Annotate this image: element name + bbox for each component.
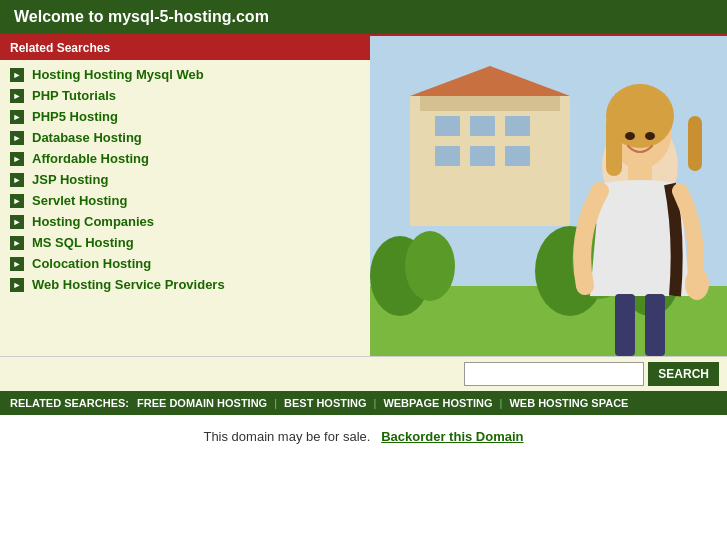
search-link[interactable]: Servlet Hosting [32,193,127,208]
search-link[interactable]: Web Hosting Service Providers [32,277,225,292]
list-item[interactable]: ► Database Hosting [0,127,370,148]
list-item[interactable]: ► Hosting Hosting Mysql Web [0,64,370,85]
search-link[interactable]: PHP Tutorials [32,88,116,103]
bottom-bar-link-0[interactable]: FREE DOMAIN HOSTING [137,397,267,409]
bullet-icon: ► [10,257,24,271]
svg-rect-26 [615,294,635,356]
list-item[interactable]: ► PHP Tutorials [0,85,370,106]
bullet-icon: ► [10,278,24,292]
left-panel: Related Searches ► Hosting Hosting Mysql… [0,36,370,356]
svg-rect-4 [435,116,460,136]
svg-point-12 [405,231,455,301]
svg-rect-27 [645,294,665,356]
bottom-bar: RELATED SEARCHES: FREE DOMAIN HOSTING | … [0,391,727,415]
list-item[interactable]: ► JSP Hosting [0,169,370,190]
search-input[interactable] [464,362,644,386]
list-item[interactable]: ► Affordable Hosting [0,148,370,169]
bullet-icon: ► [10,131,24,145]
svg-point-24 [625,132,635,140]
header-title: Welcome to mysql-5-hosting.com [14,8,269,25]
search-links-list: ► Hosting Hosting Mysql Web ► PHP Tutori… [0,60,370,299]
search-link[interactable]: MS SQL Hosting [32,235,134,250]
list-item[interactable]: ► Hosting Companies [0,211,370,232]
main-container: Related Searches ► Hosting Hosting Mysql… [0,34,727,356]
svg-rect-5 [470,116,495,136]
svg-rect-7 [435,146,460,166]
bottom-bar-sep: | [374,397,377,409]
bullet-icon: ► [10,152,24,166]
footer-text: This domain may be for sale. [203,429,370,444]
bottom-bar-sep: | [274,397,277,409]
list-item[interactable]: ► MS SQL Hosting [0,232,370,253]
svg-rect-19 [606,116,622,176]
svg-rect-23 [689,274,699,294]
search-link[interactable]: JSP Hosting [32,172,108,187]
list-item[interactable]: ► Web Hosting Service Providers [0,274,370,295]
svg-rect-20 [688,116,702,171]
bottom-bar-link-3[interactable]: WEB HOSTING SPACE [509,397,628,409]
list-item[interactable]: ► PHP5 Hosting [0,106,370,127]
svg-point-25 [645,132,655,140]
bullet-icon: ► [10,236,24,250]
related-searches-header: Related Searches [0,36,370,60]
list-item[interactable]: ► Servlet Hosting [0,190,370,211]
bottom-bar-link-2[interactable]: WEBPAGE HOSTING [383,397,492,409]
bottom-bar-link-1[interactable]: BEST HOSTING [284,397,367,409]
svg-rect-9 [505,146,530,166]
bottom-bar-sep: | [500,397,503,409]
scene-svg [370,36,727,356]
svg-rect-8 [470,146,495,166]
page-header: Welcome to mysql-5-hosting.com [0,0,727,34]
list-item[interactable]: ► Colocation Hosting [0,253,370,274]
photo-panel [370,36,727,356]
svg-rect-6 [505,116,530,136]
search-link[interactable]: Database Hosting [32,130,142,145]
search-bar-row: SEARCH [0,356,727,391]
search-link[interactable]: Hosting Hosting Mysql Web [32,67,204,82]
search-link[interactable]: Colocation Hosting [32,256,151,271]
related-searches-label: Related Searches [10,41,110,55]
bullet-icon: ► [10,68,24,82]
bullet-icon: ► [10,173,24,187]
bottom-bar-label: RELATED SEARCHES: [10,397,129,409]
search-button[interactable]: SEARCH [648,362,719,386]
bullet-icon: ► [10,215,24,229]
search-link[interactable]: PHP5 Hosting [32,109,118,124]
footer: This domain may be for sale. Backorder t… [0,415,727,458]
backorder-link[interactable]: Backorder this Domain [381,429,523,444]
search-link[interactable]: Hosting Companies [32,214,154,229]
photo-background [370,36,727,356]
bullet-icon: ► [10,89,24,103]
search-link[interactable]: Affordable Hosting [32,151,149,166]
bullet-icon: ► [10,194,24,208]
bullet-icon: ► [10,110,24,124]
